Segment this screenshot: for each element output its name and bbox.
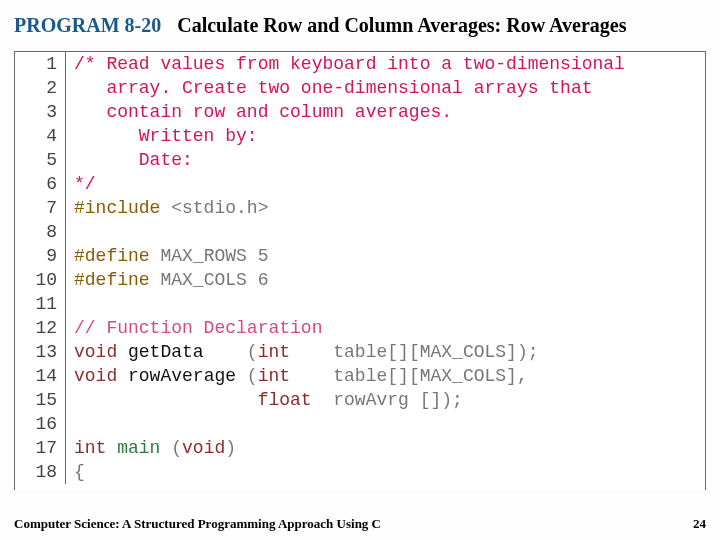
code-text: #define MAX_ROWS 5 (66, 244, 268, 268)
code-text: #include <stdio.h> (66, 196, 268, 220)
line-number: 14 (15, 364, 66, 388)
code-line: 9#define MAX_ROWS 5 (15, 244, 705, 268)
line-number: 12 (15, 316, 66, 340)
slide-title: Calculate Row and Column Averages: Row A… (177, 14, 626, 36)
line-number: 17 (15, 436, 66, 460)
code-line: 2 array. Create two one-dimensional arra… (15, 76, 705, 100)
code-line: 5 Date: (15, 148, 705, 172)
code-line: 3 contain row and column averages. (15, 100, 705, 124)
line-number: 5 (15, 148, 66, 172)
line-number: 11 (15, 292, 66, 316)
line-number: 15 (15, 388, 66, 412)
line-number: 13 (15, 340, 66, 364)
code-line: 8 (15, 220, 705, 244)
line-number: 16 (15, 412, 66, 436)
code-text (66, 220, 74, 244)
line-number: 18 (15, 460, 66, 484)
code-line: 16 (15, 412, 705, 436)
slide: PROGRAM 8-20 Calculate Row and Column Av… (0, 0, 720, 540)
code-text (66, 412, 74, 436)
code-line: 15 float rowAvrg []); (15, 388, 705, 412)
line-number: 8 (15, 220, 66, 244)
line-number: 3 (15, 100, 66, 124)
code-text: int main (void) (66, 436, 236, 460)
program-label: PROGRAM 8-20 (14, 14, 161, 36)
line-number: 4 (15, 124, 66, 148)
code-line: 11 (15, 292, 705, 316)
code-line: 1/* Read values from keyboard into a two… (15, 52, 705, 76)
footer-book-title: Computer Science: A Structured Programmi… (14, 516, 381, 532)
code-line: 7#include <stdio.h> (15, 196, 705, 220)
code-line: 12// Function Declaration (15, 316, 705, 340)
code-text: void rowAverage (int table[][MAX_COLS], (66, 364, 528, 388)
line-number: 7 (15, 196, 66, 220)
code-text (66, 292, 74, 316)
code-line: 13void getData (int table[][MAX_COLS]); (15, 340, 705, 364)
code-text: /* Read values from keyboard into a two-… (66, 52, 625, 76)
line-number: 10 (15, 268, 66, 292)
code-text: void getData (int table[][MAX_COLS]); (66, 340, 539, 364)
code-line: 18{ (15, 460, 705, 484)
code-line: 6*/ (15, 172, 705, 196)
code-line: 17int main (void) (15, 436, 705, 460)
code-listing: 1/* Read values from keyboard into a two… (14, 51, 706, 490)
code-line: 14void rowAverage (int table[][MAX_COLS]… (15, 364, 705, 388)
code-line: 10#define MAX_COLS 6 (15, 268, 705, 292)
slide-header: PROGRAM 8-20 Calculate Row and Column Av… (0, 0, 720, 45)
slide-footer: Computer Science: A Structured Programmi… (14, 516, 706, 532)
code-text: Written by: (66, 124, 258, 148)
footer-page-number: 24 (693, 516, 706, 532)
code-text: contain row and column averages. (66, 100, 452, 124)
code-text: float rowAvrg []); (66, 388, 463, 412)
line-number: 1 (15, 52, 66, 76)
code-text: #define MAX_COLS 6 (66, 268, 268, 292)
code-line: 4 Written by: (15, 124, 705, 148)
code-text: array. Create two one-dimensional arrays… (66, 76, 592, 100)
line-number: 2 (15, 76, 66, 100)
line-number: 9 (15, 244, 66, 268)
code-text: */ (66, 172, 96, 196)
code-text: { (66, 460, 85, 484)
code-text: // Function Declaration (66, 316, 322, 340)
code-text: Date: (66, 148, 193, 172)
line-number: 6 (15, 172, 66, 196)
